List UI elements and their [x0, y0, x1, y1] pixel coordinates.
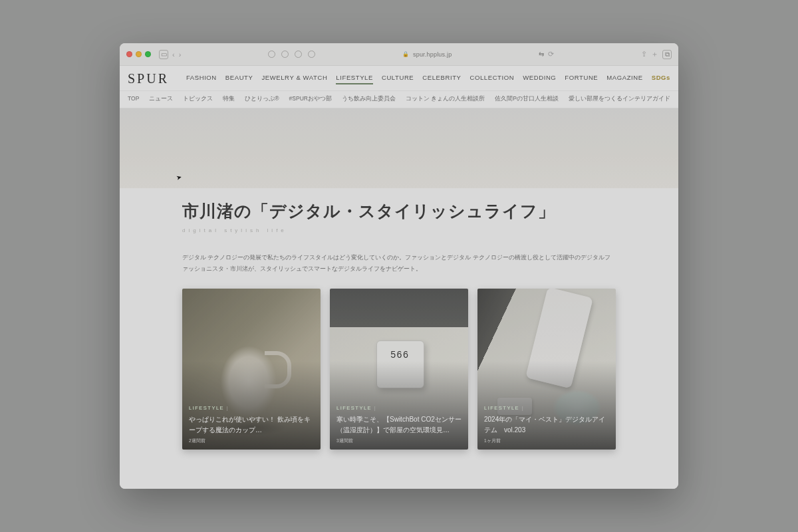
- close-window-icon[interactable]: [126, 51, 132, 57]
- tabs-overview-icon[interactable]: ⧉: [662, 50, 672, 59]
- browser-toolbar: ▭ ‹ › 🔒 spur.hpplus.jp ⇆ ⟳ ⇪ ＋ ⧉: [120, 43, 678, 66]
- share-button[interactable]: ⇪: [641, 50, 647, 59]
- nav-item-wedding[interactable]: WEDDING: [523, 74, 556, 84]
- nav-item-fortune[interactable]: FORTUNE: [565, 74, 598, 84]
- nav-item-beauty[interactable]: BEAUTY: [225, 74, 253, 84]
- card-timestamp: 2週間前: [189, 438, 314, 444]
- address-bar[interactable]: spur.hpplus.jp: [413, 51, 452, 58]
- card-category: LIFESTYLE: [484, 405, 609, 411]
- forward-button[interactable]: ›: [179, 51, 182, 59]
- lock-icon: 🔒: [402, 51, 409, 57]
- sidebar-toggle-icon[interactable]: ▭: [159, 50, 168, 59]
- subnav-item[interactable]: トピックス: [183, 95, 213, 103]
- extension-icons[interactable]: [268, 51, 315, 58]
- subnav-item[interactable]: コットン きょんの人生相談所: [406, 95, 485, 103]
- reload-button[interactable]: ⟳: [548, 50, 554, 59]
- nav-item-fashion[interactable]: FASHION: [186, 74, 217, 84]
- site-logo[interactable]: SPUR: [128, 71, 169, 86]
- nav-item-culture[interactable]: CULTURE: [382, 74, 414, 84]
- card-timestamp: 3週間前: [336, 438, 462, 444]
- nav-item-celebrity[interactable]: CELEBRITY: [422, 74, 461, 84]
- extension-icon[interactable]: [295, 51, 302, 58]
- card-category: LIFESTYLE: [336, 405, 462, 411]
- card-title: やっぱりこれが使いやすい！ 飲み頃をキープする魔法のカップ…: [189, 414, 314, 435]
- nav-item-collection[interactable]: COLLECTION: [470, 74, 515, 84]
- cursor-icon: ➤: [176, 173, 183, 182]
- subnav-item[interactable]: #SPURおやつ部: [289, 95, 332, 103]
- subnav-item[interactable]: うち飲み向上委員会: [342, 95, 396, 103]
- nav-item-lifestyle[interactable]: LIFESTYLE: [336, 74, 373, 84]
- reader-icon[interactable]: ⇆: [539, 51, 544, 58]
- subnav-item[interactable]: ひとりっぷ®: [245, 95, 279, 103]
- nav-item-magazine[interactable]: MAGAZINE: [606, 74, 642, 84]
- extension-icon[interactable]: [268, 51, 275, 58]
- back-button[interactable]: ‹: [172, 51, 175, 59]
- secondary-nav: TOPニューストピックス特集ひとりっぷ®#SPURおやつ部うち飲み向上委員会コッ…: [120, 90, 678, 108]
- card-title: 2024年の「マイ・ベスト」デジタルアイテム vol.203: [484, 414, 609, 435]
- main-content: 市川渚の「デジタル・スタイリッシュライフ」 digital stylish li…: [120, 188, 678, 489]
- minimize-window-icon[interactable]: [136, 51, 142, 57]
- primary-nav: SPUR FASHIONBEAUTYJEWELRY & WATCHLIFESTY…: [120, 66, 678, 90]
- article-card[interactable]: LIFESTYLE寒い時季こそ、【SwitchBot CO2センサー（温湿度計）…: [330, 289, 468, 450]
- hero-banner: ➤: [120, 108, 678, 188]
- subnav-item[interactable]: 佐久間Pの甘口人生相談: [495, 95, 559, 103]
- card-category: LIFESTYLE: [189, 405, 314, 411]
- new-tab-button[interactable]: ＋: [651, 49, 658, 59]
- page-subtitle: digital stylish life: [182, 227, 616, 233]
- subnav-item[interactable]: 愛しい部屋をつくるインテリアガイド: [569, 95, 670, 103]
- window-controls[interactable]: [126, 51, 151, 57]
- article-cards: LIFESTYLEやっぱりこれが使いやすい！ 飲み頃をキープする魔法のカップ…2…: [182, 289, 616, 450]
- article-card[interactable]: LIFESTYLEやっぱりこれが使いやすい！ 飲み頃をキープする魔法のカップ…2…: [182, 289, 321, 450]
- nav-item-jewelry-watch[interactable]: JEWELRY & WATCH: [261, 74, 327, 84]
- card-title: 寒い時季こそ、【SwitchBot CO2センサー（温湿度計）】で部屋の空気環境…: [336, 414, 462, 435]
- extension-icon[interactable]: [308, 51, 315, 58]
- page-lead: デジタル テクノロジーの発展で私たちのライフスタイルはどう変化していくのか。ファ…: [182, 252, 616, 274]
- page-title: 市川渚の「デジタル・スタイリッシュライフ」: [182, 200, 616, 222]
- browser-window: ▭ ‹ › 🔒 spur.hpplus.jp ⇆ ⟳ ⇪ ＋ ⧉ SPUR FA…: [120, 43, 678, 489]
- article-card[interactable]: LIFESTYLE2024年の「マイ・ベスト」デジタルアイテム vol.2031…: [477, 289, 616, 450]
- extension-icon[interactable]: [281, 51, 289, 58]
- maximize-window-icon[interactable]: [145, 51, 151, 57]
- card-timestamp: 1ヶ月前: [484, 438, 609, 444]
- subnav-item[interactable]: ニュース: [149, 95, 173, 103]
- subnav-item[interactable]: 特集: [223, 95, 235, 103]
- nav-item-sdgs[interactable]: SDGs: [652, 74, 670, 84]
- site-header: SPUR FASHIONBEAUTYJEWELRY & WATCHLIFESTY…: [120, 66, 678, 108]
- subnav-item[interactable]: TOP: [128, 95, 139, 103]
